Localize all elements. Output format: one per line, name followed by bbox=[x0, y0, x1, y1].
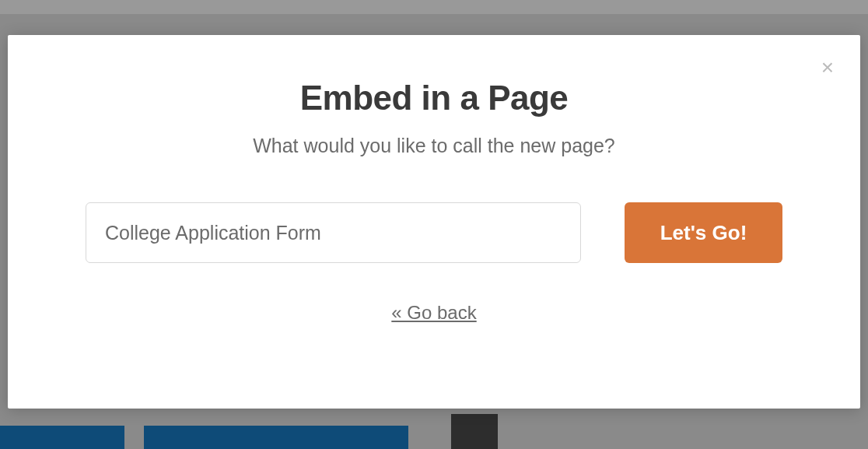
backdrop-bar bbox=[144, 426, 408, 449]
close-icon: × bbox=[821, 57, 834, 79]
close-button[interactable]: × bbox=[817, 57, 838, 79]
form-row: Let's Go! bbox=[8, 202, 860, 263]
backdrop-strip bbox=[0, 0, 868, 14]
backdrop-bar bbox=[0, 426, 124, 449]
go-back-link[interactable]: « Go back bbox=[8, 302, 860, 324]
modal-title: Embed in a Page bbox=[8, 79, 860, 118]
backdrop-block bbox=[451, 414, 498, 449]
page-name-input[interactable] bbox=[86, 202, 581, 263]
modal-subtitle: What would you like to call the new page… bbox=[8, 135, 860, 157]
lets-go-button[interactable]: Let's Go! bbox=[625, 202, 782, 263]
embed-page-modal: × Embed in a Page What would you like to… bbox=[8, 35, 860, 409]
